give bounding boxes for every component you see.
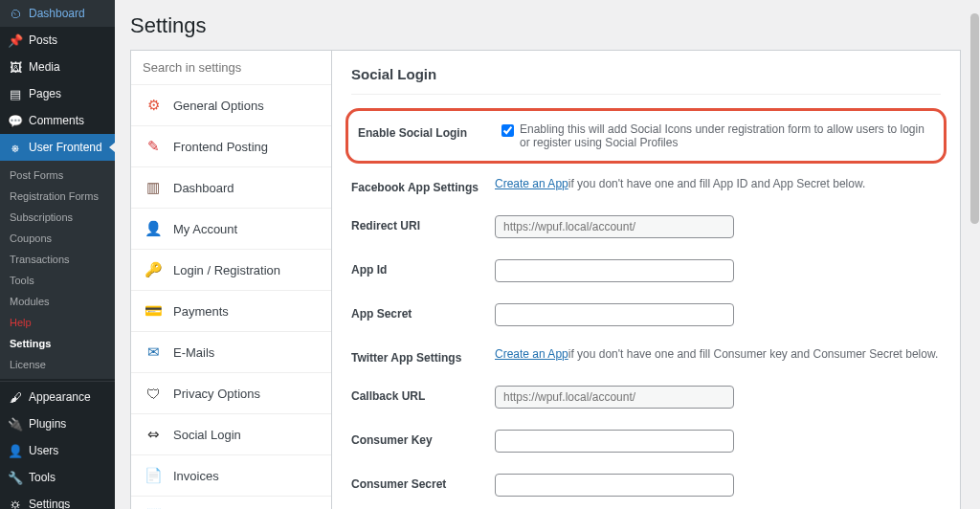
mail-icon: ✉ <box>145 343 162 361</box>
nav-my-account[interactable]: 👤My Account <box>131 209 331 250</box>
facebook-create-app-link[interactable]: Create an App <box>495 177 568 190</box>
menu-plugins[interactable]: 🔌Plugins <box>0 410 115 437</box>
app-id-input[interactable] <box>495 259 734 282</box>
submenu-coupons[interactable]: Coupons <box>0 228 115 249</box>
submenu-help[interactable]: Help <box>0 312 115 333</box>
settings-search <box>131 51 331 85</box>
menu-settings[interactable]: ⛭Settings <box>0 491 115 509</box>
settings-panel: ⚙General Options ✎Frontend Posting ▥Dash… <box>130 50 961 509</box>
consumer-secret-input[interactable] <box>495 474 734 497</box>
nav-frontend-posting[interactable]: ✎Frontend Posting <box>131 126 331 167</box>
consumer-key-input[interactable] <box>495 430 734 453</box>
media-icon: 🖼 <box>8 59 23 75</box>
twitter-desc: if you don't have one and fill Consumer … <box>568 347 939 361</box>
submenu-settings[interactable]: Settings <box>0 333 115 354</box>
appearance-icon: 🖌 <box>8 389 23 405</box>
callback-url-input[interactable] <box>495 386 734 409</box>
submenu: Post Forms Registration Forms Subscripti… <box>0 161 115 379</box>
plugin-icon: 🔌 <box>8 416 23 432</box>
facebook-desc: if you don't have one and fill App ID an… <box>568 177 866 190</box>
submenu-license[interactable]: License <box>0 354 115 375</box>
userfrontend-icon: ⎈ <box>8 140 23 155</box>
nav-login-registration[interactable]: 🔑Login / Registration <box>131 250 331 291</box>
nav-payments[interactable]: 💳Payments <box>131 291 331 332</box>
submenu-post-forms[interactable]: Post Forms <box>0 165 115 186</box>
nav-dashboard[interactable]: ▥Dashboard <box>131 167 331 209</box>
document-icon: 📄 <box>145 467 162 484</box>
settings-nav: ⚙General Options ✎Frontend Posting ▥Dash… <box>131 51 332 509</box>
menu-appearance[interactable]: 🖌Appearance <box>0 384 115 410</box>
section-title: Social Login <box>351 66 941 95</box>
page-icon: ▤ <box>8 86 23 101</box>
menu-dashboard[interactable]: ⏲Dashboard <box>0 0 115 27</box>
person-icon: 👤 <box>145 220 162 237</box>
label-callback-url: Callback URL <box>351 386 495 403</box>
label-facebook-settings: Facebook App Settings <box>351 177 495 194</box>
menu-pages[interactable]: ▤Pages <box>0 80 115 107</box>
submenu-tools[interactable]: Tools <box>0 270 115 291</box>
tools-icon: 🔧 <box>8 470 23 485</box>
enable-social-desc: Enabling this will add Social Icons unde… <box>520 122 934 149</box>
submenu-modules[interactable]: Modules <box>0 291 115 312</box>
nav-general-options[interactable]: ⚙General Options <box>131 85 331 126</box>
menu-posts[interactable]: 📌Posts <box>0 27 115 54</box>
label-enable-social: Enable Social Login <box>358 122 501 140</box>
shield-icon: 🛡 <box>145 385 162 402</box>
redirect-uri-input[interactable] <box>495 215 734 238</box>
comment-icon: 💬 <box>8 113 23 128</box>
nav-tax[interactable]: 🧾Tax <box>131 497 331 509</box>
menu-users[interactable]: 👤Users <box>0 437 115 464</box>
users-icon: 👤 <box>8 443 23 458</box>
nav-invoices[interactable]: 📄Invoices <box>131 455 331 497</box>
label-consumer-secret: Consumer Secret <box>351 474 495 491</box>
highlight-box: Enable Social Login Enabling this will a… <box>345 108 947 164</box>
edit-icon: ✎ <box>145 138 162 155</box>
pin-icon: 📌 <box>8 33 23 48</box>
dashboard-icon: ⏲ <box>8 6 23 21</box>
menu-comments[interactable]: 💬Comments <box>0 107 115 134</box>
search-input[interactable] <box>143 60 320 75</box>
gear-icon: ⚙ <box>145 97 162 114</box>
chart-icon: ▥ <box>145 179 162 196</box>
nav-emails[interactable]: ✉E-Mails <box>131 332 331 373</box>
share-icon: ⇔ <box>145 426 162 443</box>
menu-media[interactable]: 🖼Media <box>0 54 115 80</box>
key-icon: 🔑 <box>145 261 162 278</box>
scrollbar[interactable] <box>970 13 979 224</box>
settings-content: Social Login Enable Social Login Enablin… <box>332 51 960 509</box>
app-secret-input[interactable] <box>495 303 734 326</box>
label-redirect-uri: Redirect URI <box>351 215 495 232</box>
settings-icon: ⛭ <box>8 497 23 509</box>
label-app-secret: App Secret <box>351 303 495 321</box>
enable-social-checkbox[interactable] <box>501 124 514 137</box>
nav-privacy-options[interactable]: 🛡Privacy Options <box>131 373 331 414</box>
card-icon: 💳 <box>145 302 162 320</box>
menu-tools[interactable]: 🔧Tools <box>0 464 115 491</box>
nav-social-login[interactable]: ⇔Social Login <box>131 414 331 455</box>
submenu-subscriptions[interactable]: Subscriptions <box>0 207 115 228</box>
label-twitter-settings: Twitter App Settings <box>351 347 495 365</box>
menu-user-frontend[interactable]: ⎈User Frontend <box>0 134 115 161</box>
main-content: Settings ⚙General Options ✎Frontend Post… <box>115 0 980 509</box>
submenu-transactions[interactable]: Transactions <box>0 249 115 270</box>
wp-admin-sidebar: ⏲Dashboard 📌Posts 🖼Media ▤Pages 💬Comment… <box>0 0 115 509</box>
page-title: Settings <box>130 13 961 38</box>
twitter-create-app-link[interactable]: Create an App <box>495 347 568 361</box>
label-consumer-key: Consumer Key <box>351 430 495 447</box>
label-app-id: App Id <box>351 259 495 277</box>
submenu-registration-forms[interactable]: Registration Forms <box>0 186 115 207</box>
